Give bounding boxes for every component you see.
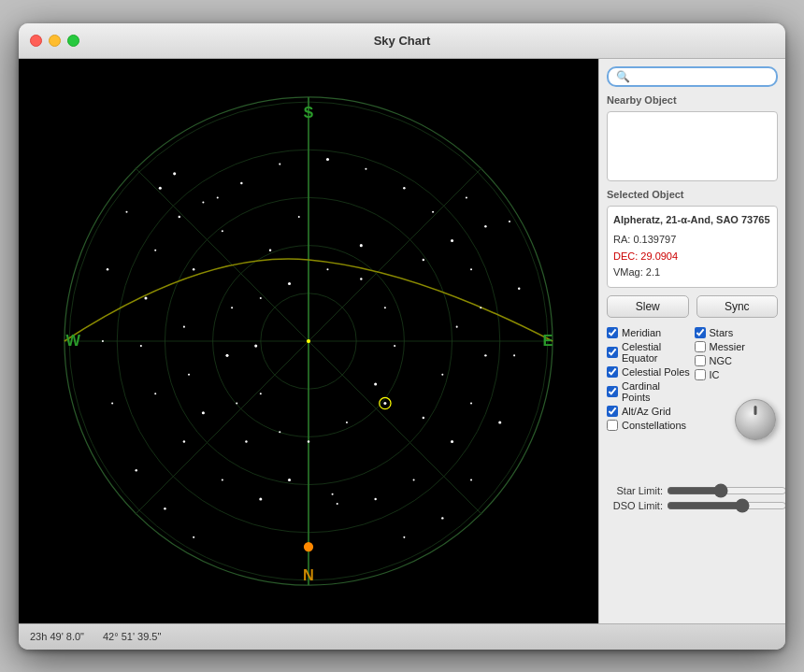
checkbox-stars[interactable]: Stars bbox=[695, 327, 779, 338]
svg-point-72 bbox=[164, 507, 165, 508]
svg-point-20 bbox=[173, 172, 176, 175]
svg-point-23 bbox=[279, 163, 280, 164]
svg-point-38 bbox=[193, 267, 194, 269]
svg-point-35 bbox=[222, 479, 223, 480]
cardinal-points-label: Cardinal Points bbox=[622, 380, 691, 403]
checkbox-ngc[interactable]: NGC bbox=[695, 355, 779, 366]
minimize-button[interactable] bbox=[49, 35, 61, 47]
svg-point-58 bbox=[384, 307, 386, 308]
checkbox-altaz-grid[interactable]: Alt/Az Grid bbox=[607, 406, 691, 417]
svg-point-24 bbox=[326, 157, 329, 160]
rotation-knob[interactable] bbox=[735, 399, 776, 440]
svg-point-40 bbox=[188, 373, 190, 375]
svg-point-85 bbox=[245, 440, 247, 442]
svg-point-74 bbox=[441, 517, 443, 519]
nearby-object-label: Nearby Object bbox=[607, 94, 778, 106]
svg-point-70 bbox=[498, 421, 501, 423]
checkbox-celestial-equator[interactable]: Celestial Equator bbox=[607, 341, 691, 364]
svg-point-26 bbox=[403, 186, 405, 188]
svg-point-60 bbox=[326, 268, 328, 270]
sky-chart-area[interactable]: S N W E bbox=[19, 59, 598, 623]
svg-point-22 bbox=[240, 181, 242, 183]
svg-point-52 bbox=[260, 393, 262, 394]
sky-svg: S N W E bbox=[19, 59, 598, 623]
svg-point-51 bbox=[254, 344, 257, 347]
svg-point-41 bbox=[202, 411, 205, 414]
svg-point-49 bbox=[269, 249, 271, 250]
svg-point-61 bbox=[288, 282, 291, 285]
svg-point-53 bbox=[279, 431, 280, 433]
svg-point-48 bbox=[337, 503, 338, 505]
svg-point-37 bbox=[222, 230, 223, 232]
checkbox-constellations[interactable]: Constellations bbox=[607, 420, 691, 431]
svg-point-46 bbox=[413, 479, 415, 480]
dso-limit-row: DSO Limit: 10 bbox=[607, 500, 778, 511]
slew-button[interactable]: Slew bbox=[607, 295, 689, 318]
svg-point-34 bbox=[183, 440, 185, 442]
star-limit-label: Star Limit: bbox=[607, 485, 663, 496]
action-buttons: Slew Sync bbox=[607, 295, 778, 318]
sync-button[interactable]: Sync bbox=[696, 295, 779, 318]
svg-point-67 bbox=[509, 221, 510, 222]
svg-point-71 bbox=[470, 479, 472, 480]
svg-text:E: E bbox=[542, 332, 553, 349]
svg-point-68 bbox=[518, 287, 520, 289]
svg-point-87 bbox=[288, 478, 291, 480]
svg-point-45 bbox=[451, 439, 453, 442]
statusbar: 23h 49' 8.0" 42° 51' 39.5" bbox=[19, 623, 785, 650]
checkbox-messier[interactable]: Messier bbox=[695, 341, 779, 352]
checkbox-celestial-poles[interactable]: Celestial Poles bbox=[607, 366, 691, 378]
svg-point-56 bbox=[374, 382, 377, 385]
close-button[interactable] bbox=[30, 35, 42, 47]
selected-object-ra: RA: 0.139797 bbox=[613, 232, 771, 249]
right-panel: 🔍 Nearby Object Selected Object Alpherat… bbox=[598, 59, 785, 623]
checkbox-meridian[interactable]: Meridian bbox=[607, 327, 691, 338]
selected-object-box: Alpheratz, 21-α-And, SAO 73765 RA: 0.139… bbox=[607, 206, 778, 288]
checkboxes-section: Meridian Celestial Equator Celestial Pol… bbox=[607, 327, 778, 431]
svg-point-59 bbox=[360, 278, 362, 279]
checkbox-col-right: Stars Messier NGC IC bbox=[695, 327, 779, 431]
svg-point-83 bbox=[225, 353, 228, 356]
selected-object-dec: DEC: 29.0904 bbox=[613, 249, 771, 265]
selected-object-name: Alpheratz, 21-α-And, SAO 73765 bbox=[613, 212, 771, 229]
svg-point-65 bbox=[111, 402, 113, 404]
svg-point-81 bbox=[423, 416, 424, 418]
svg-point-50 bbox=[260, 296, 262, 298]
main-content: S N W E bbox=[19, 59, 785, 623]
statusbar-dec: 42° 51' 39.5" bbox=[103, 631, 161, 642]
search-input[interactable] bbox=[634, 70, 768, 83]
selected-object-vmag: VMag: 2.1 bbox=[613, 265, 771, 281]
svg-point-54 bbox=[308, 440, 309, 442]
svg-point-82 bbox=[231, 307, 233, 308]
checkbox-col-left: Meridian Celestial Equator Celestial Pol… bbox=[607, 327, 691, 431]
svg-point-47 bbox=[374, 497, 376, 499]
svg-point-63 bbox=[107, 267, 108, 269]
checkbox-ic[interactable]: IC bbox=[695, 369, 779, 380]
star-limit-slider[interactable] bbox=[667, 486, 785, 495]
checkbox-cardinal-points[interactable]: Cardinal Points bbox=[607, 380, 691, 403]
svg-text:W: W bbox=[65, 332, 80, 349]
svg-point-69 bbox=[513, 354, 515, 356]
search-icon: 🔍 bbox=[616, 70, 630, 83]
knob-container bbox=[735, 399, 776, 440]
slider-section: Star Limit: 5 DSO Limit: 10 bbox=[607, 485, 778, 511]
svg-point-30 bbox=[154, 249, 156, 250]
svg-point-76 bbox=[360, 244, 363, 247]
svg-text:N: N bbox=[303, 565, 314, 582]
svg-point-44 bbox=[470, 402, 472, 404]
svg-point-77 bbox=[298, 215, 300, 217]
window-title: Sky Chart bbox=[374, 34, 431, 48]
svg-point-88 bbox=[217, 196, 219, 198]
svg-point-78 bbox=[423, 258, 424, 260]
maximize-button[interactable] bbox=[67, 35, 79, 47]
star-limit-row: Star Limit: 5 bbox=[607, 485, 778, 496]
nearby-object-box bbox=[607, 111, 778, 181]
svg-point-57 bbox=[394, 345, 395, 347]
svg-text:S: S bbox=[304, 104, 314, 121]
svg-point-73 bbox=[193, 536, 194, 537]
search-box[interactable]: 🔍 bbox=[607, 66, 778, 87]
dso-limit-slider[interactable] bbox=[667, 501, 785, 510]
svg-point-92 bbox=[484, 224, 486, 226]
svg-point-43 bbox=[484, 354, 486, 356]
svg-point-18 bbox=[383, 402, 386, 405]
